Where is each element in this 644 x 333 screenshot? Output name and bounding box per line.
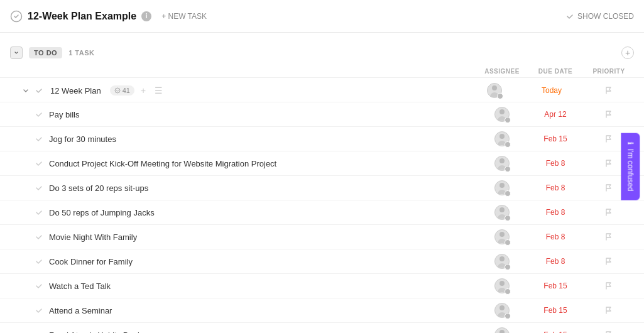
avatar — [494, 278, 510, 293]
parent-task-assignee — [469, 83, 520, 98]
task-assignee — [477, 131, 527, 146]
task-row[interactable]: Movie Night With Family Feb 8 — [0, 225, 644, 249]
avatar — [494, 303, 510, 318]
avatar — [494, 229, 510, 244]
task-assignee — [477, 205, 527, 220]
task-name: Watch a Ted Talk — [49, 281, 477, 291]
task-priority — [584, 208, 634, 217]
avatar-settings-icon — [505, 215, 511, 221]
parent-task-row[interactable]: 12 Week Plan 41 + ☰ Today — [0, 79, 644, 102]
section-label: TO DO — [29, 47, 62, 58]
task-priority — [584, 232, 634, 241]
check-icon — [566, 13, 574, 20]
parent-task-priority — [584, 86, 634, 95]
check-mark-icon — [35, 307, 43, 314]
task-due-date: Feb 8 — [527, 159, 584, 168]
svg-point-1 — [115, 88, 120, 93]
avatar — [494, 205, 510, 220]
check-mark-icon — [35, 233, 43, 241]
show-closed-label: SHOW CLOSED — [577, 12, 634, 21]
task-due-date: Feb 15 — [527, 281, 584, 290]
feedback-icon: ℹ — [626, 142, 635, 145]
task-name: Jog for 30 minutes — [49, 134, 477, 144]
info-icon[interactable]: i — [141, 11, 151, 21]
col-header-assignee: ASSIGNEE — [477, 68, 527, 75]
avatar — [494, 327, 510, 333]
task-assignee — [477, 278, 527, 293]
task-row[interactable]: Do 50 reps of Jumping Jacks Feb 8 — [0, 200, 644, 225]
task-due-date: Feb 8 — [527, 208, 584, 217]
parent-task-name: 12 Week Plan — [50, 86, 101, 96]
task-name: Cook Dinner for Family — [49, 257, 477, 266]
avatar-settings-icon — [505, 190, 511, 197]
task-assignee — [477, 327, 527, 333]
task-row[interactable]: Jog for 30 minutes Feb 15 — [0, 127, 644, 151]
check-mark-icon — [35, 282, 43, 290]
avatar-settings-icon — [505, 166, 511, 172]
task-due-date: Feb 8 — [527, 232, 584, 241]
col-header-duedate: DUE DATE — [527, 68, 584, 75]
check-mark-icon — [35, 258, 43, 265]
flag-icon — [604, 330, 613, 333]
section-count: 1 TASK — [68, 49, 94, 57]
flag-icon — [604, 257, 613, 266]
circle-check-icon — [10, 10, 23, 23]
flag-icon — [604, 208, 613, 217]
section-add-button[interactable]: + — [621, 46, 634, 59]
task-due-date: Apr 12 — [527, 110, 584, 119]
flag-icon — [604, 306, 613, 315]
task-name: Read Atomic Habits Book — [49, 330, 477, 334]
flag-icon — [604, 183, 613, 192]
flag-icon — [604, 281, 613, 290]
feedback-widget[interactable]: ℹ I'm confused — [621, 133, 640, 200]
task-name: Do 3 sets of 20 reps sit-ups — [49, 183, 477, 193]
avatar — [494, 254, 510, 269]
section-header: TO DO 1 TASK + — [0, 43, 644, 63]
avatar-settings-icon — [497, 93, 503, 99]
avatar — [494, 180, 510, 195]
new-task-button[interactable]: + NEW TASK — [156, 9, 212, 23]
task-row[interactable]: Watch a Ted Talk Feb 15 — [0, 274, 644, 298]
task-assignee — [477, 107, 527, 122]
flag-icon — [604, 159, 613, 168]
task-name: Conduct Project Kick-Off Meeting for Web… — [49, 159, 477, 168]
parent-task-due-date: Today — [523, 86, 580, 95]
task-row[interactable]: Attend a Seminar Feb 15 — [0, 298, 644, 323]
task-priority — [584, 306, 634, 315]
avatar-settings-icon — [505, 141, 511, 148]
check-mark-icon — [35, 111, 43, 118]
avatar — [487, 83, 502, 98]
main-content: TO DO 1 TASK + ASSIGNEE DUE DATE PRIORIT… — [0, 33, 644, 333]
column-headers: ASSIGNEE DUE DATE PRIORITY — [0, 65, 644, 78]
section-collapse-button[interactable] — [10, 46, 23, 59]
task-row[interactable]: Read Atomic Habits Book Feb 15 — [0, 323, 644, 333]
task-row[interactable]: Pay bills Apr 12 — [0, 102, 644, 127]
add-subtask-button[interactable]: + — [138, 85, 148, 96]
task-row[interactable]: Cook Dinner for Family Feb 8 — [0, 249, 644, 274]
flag-icon — [604, 232, 613, 241]
check-mark-icon — [35, 87, 43, 94]
avatar-settings-icon — [505, 264, 511, 270]
task-priority — [584, 330, 634, 333]
task-row[interactable]: Conduct Project Kick-Off Meeting for Web… — [0, 151, 644, 176]
feedback-label: I'm confused — [626, 149, 635, 192]
task-due-date: Feb 8 — [527, 183, 584, 192]
app-header: 12-Week Plan Example i + NEW TASK SHOW C… — [0, 0, 644, 33]
avatar-settings-icon — [505, 313, 511, 319]
task-list: Pay bills Apr 12 Jog for 30 minutes Feb … — [0, 102, 644, 333]
avatar — [494, 131, 510, 146]
chevron-down-icon — [23, 87, 29, 94]
task-assignee — [477, 180, 527, 195]
check-mark-icon — [35, 184, 43, 192]
collapse-arrow-icon — [14, 50, 19, 55]
avatar — [494, 107, 510, 122]
task-priority — [584, 281, 634, 290]
header-left: 12-Week Plan Example i + NEW TASK — [10, 9, 212, 23]
task-row[interactable]: Do 3 sets of 20 reps sit-ups Feb 8 — [0, 176, 644, 200]
check-mark-icon — [35, 135, 43, 143]
task-assignee — [477, 229, 527, 244]
flag-icon — [604, 134, 613, 143]
list-view-button[interactable]: ☰ — [152, 85, 165, 96]
show-closed-button[interactable]: SHOW CLOSED — [566, 12, 634, 21]
avatar-settings-icon — [505, 239, 511, 246]
